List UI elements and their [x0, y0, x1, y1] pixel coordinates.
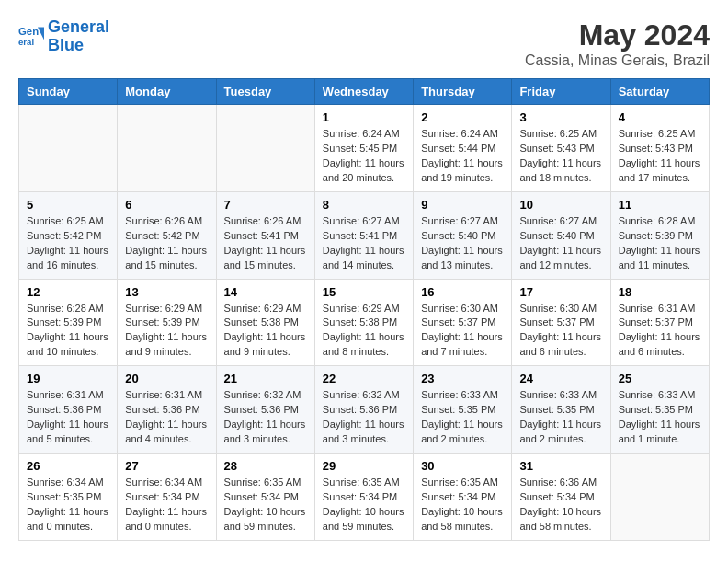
calendar-cell: 4Sunrise: 6:25 AM Sunset: 5:43 PM Daylig… — [610, 105, 709, 192]
calendar-cell: 24Sunrise: 6:33 AM Sunset: 5:35 PM Dayli… — [512, 366, 610, 454]
calendar-cell: 2Sunrise: 6:24 AM Sunset: 5:44 PM Daylig… — [414, 105, 512, 192]
day-number: 21 — [224, 372, 307, 385]
calendar-cell: 21Sunrise: 6:32 AM Sunset: 5:36 PM Dayli… — [216, 366, 314, 454]
day-info: Sunrise: 6:31 AM Sunset: 5:36 PM Dayligh… — [27, 388, 109, 447]
svg-text:eral: eral — [18, 37, 34, 47]
day-number: 2 — [421, 110, 504, 124]
day-number: 16 — [421, 285, 504, 299]
location: Cassia, Minas Gerais, Brazil — [525, 52, 710, 69]
calendar-cell: 12Sunrise: 6:28 AM Sunset: 5:39 PM Dayli… — [19, 279, 118, 366]
calendar-cell: 20Sunrise: 6:31 AM Sunset: 5:36 PM Dayli… — [118, 366, 216, 454]
day-number: 4 — [619, 110, 701, 124]
day-info: Sunrise: 6:25 AM Sunset: 5:43 PM Dayligh… — [519, 127, 602, 186]
calendar-cell: 5Sunrise: 6:25 AM Sunset: 5:42 PM Daylig… — [19, 191, 118, 279]
day-info: Sunrise: 6:28 AM Sunset: 5:39 PM Dayligh… — [619, 214, 701, 273]
day-number: 22 — [323, 372, 405, 385]
day-info: Sunrise: 6:34 AM Sunset: 5:34 PM Dayligh… — [125, 476, 208, 534]
day-number: 7 — [224, 198, 307, 212]
day-info: Sunrise: 6:33 AM Sunset: 5:35 PM Dayligh… — [519, 388, 602, 447]
day-info: Sunrise: 6:34 AM Sunset: 5:35 PM Dayligh… — [27, 476, 109, 534]
day-number: 6 — [125, 198, 208, 212]
calendar-cell: 7Sunrise: 6:26 AM Sunset: 5:41 PM Daylig… — [216, 191, 314, 279]
logo-text: GeneralBlue — [48, 18, 109, 55]
calendar-body: 1Sunrise: 6:24 AM Sunset: 5:45 PM Daylig… — [19, 105, 710, 541]
calendar-week-row: 26Sunrise: 6:34 AM Sunset: 5:35 PM Dayli… — [19, 454, 710, 541]
calendar-cell: 8Sunrise: 6:27 AM Sunset: 5:41 PM Daylig… — [314, 191, 413, 279]
day-info: Sunrise: 6:29 AM Sunset: 5:39 PM Dayligh… — [125, 302, 208, 361]
day-number: 9 — [421, 198, 504, 212]
day-number: 30 — [421, 459, 504, 473]
calendar-cell — [216, 105, 314, 192]
calendar-header-row: SundayMondayTuesdayWednesdayThursdayFrid… — [19, 79, 710, 105]
logo: Gen eral GeneralBlue — [18, 18, 109, 55]
calendar-week-row: 19Sunrise: 6:31 AM Sunset: 5:36 PM Dayli… — [19, 366, 710, 454]
calendar-cell: 10Sunrise: 6:27 AM Sunset: 5:40 PM Dayli… — [512, 191, 610, 279]
calendar-cell: 16Sunrise: 6:30 AM Sunset: 5:37 PM Dayli… — [414, 279, 512, 366]
calendar-cell: 22Sunrise: 6:32 AM Sunset: 5:36 PM Dayli… — [314, 366, 413, 454]
calendar-cell — [610, 454, 709, 541]
day-info: Sunrise: 6:29 AM Sunset: 5:38 PM Dayligh… — [323, 302, 405, 361]
title-block: May 2024 Cassia, Minas Gerais, Brazil — [525, 18, 710, 69]
day-info: Sunrise: 6:36 AM Sunset: 5:34 PM Dayligh… — [519, 476, 602, 534]
day-info: Sunrise: 6:32 AM Sunset: 5:36 PM Dayligh… — [224, 388, 307, 447]
day-info: Sunrise: 6:27 AM Sunset: 5:40 PM Dayligh… — [519, 214, 602, 273]
calendar-cell: 27Sunrise: 6:34 AM Sunset: 5:34 PM Dayli… — [118, 454, 216, 541]
day-number: 18 — [619, 285, 701, 299]
calendar-cell: 26Sunrise: 6:34 AM Sunset: 5:35 PM Dayli… — [19, 454, 118, 541]
day-info: Sunrise: 6:27 AM Sunset: 5:41 PM Dayligh… — [323, 214, 405, 273]
calendar-cell: 11Sunrise: 6:28 AM Sunset: 5:39 PM Dayli… — [610, 191, 709, 279]
day-info: Sunrise: 6:35 AM Sunset: 5:34 PM Dayligh… — [323, 476, 405, 534]
day-number: 25 — [619, 372, 701, 385]
calendar-cell: 13Sunrise: 6:29 AM Sunset: 5:39 PM Dayli… — [118, 279, 216, 366]
weekday-header: Tuesday — [216, 79, 314, 105]
day-info: Sunrise: 6:27 AM Sunset: 5:40 PM Dayligh… — [421, 214, 504, 273]
day-info: Sunrise: 6:31 AM Sunset: 5:36 PM Dayligh… — [125, 388, 208, 447]
calendar-cell: 1Sunrise: 6:24 AM Sunset: 5:45 PM Daylig… — [314, 105, 413, 192]
day-info: Sunrise: 6:24 AM Sunset: 5:44 PM Dayligh… — [421, 127, 504, 186]
weekday-header: Thursday — [414, 79, 512, 105]
day-number: 13 — [125, 285, 208, 299]
day-number: 28 — [224, 459, 307, 473]
day-info: Sunrise: 6:29 AM Sunset: 5:38 PM Dayligh… — [224, 302, 307, 361]
day-info: Sunrise: 6:30 AM Sunset: 5:37 PM Dayligh… — [519, 302, 602, 361]
calendar-cell: 29Sunrise: 6:35 AM Sunset: 5:34 PM Dayli… — [314, 454, 413, 541]
day-number: 10 — [519, 198, 602, 212]
page-header: Gen eral GeneralBlue May 2024 Cassia, Mi… — [18, 18, 710, 69]
day-info: Sunrise: 6:32 AM Sunset: 5:36 PM Dayligh… — [323, 388, 405, 447]
day-number: 11 — [619, 198, 701, 212]
calendar-cell — [19, 105, 118, 192]
day-info: Sunrise: 6:31 AM Sunset: 5:37 PM Dayligh… — [619, 302, 701, 361]
calendar-cell: 6Sunrise: 6:26 AM Sunset: 5:42 PM Daylig… — [118, 191, 216, 279]
day-number: 26 — [27, 459, 109, 473]
day-info: Sunrise: 6:25 AM Sunset: 5:43 PM Dayligh… — [619, 127, 701, 186]
day-info: Sunrise: 6:33 AM Sunset: 5:35 PM Dayligh… — [421, 388, 504, 447]
calendar-week-row: 1Sunrise: 6:24 AM Sunset: 5:45 PM Daylig… — [19, 105, 710, 192]
day-number: 27 — [125, 459, 208, 473]
day-number: 12 — [27, 285, 109, 299]
day-info: Sunrise: 6:30 AM Sunset: 5:37 PM Dayligh… — [421, 302, 504, 361]
calendar-cell: 9Sunrise: 6:27 AM Sunset: 5:40 PM Daylig… — [414, 191, 512, 279]
day-number: 19 — [27, 372, 109, 385]
calendar-cell: 31Sunrise: 6:36 AM Sunset: 5:34 PM Dayli… — [512, 454, 610, 541]
logo-icon: Gen eral — [18, 24, 44, 50]
day-info: Sunrise: 6:35 AM Sunset: 5:34 PM Dayligh… — [224, 476, 307, 534]
day-number: 3 — [519, 110, 602, 124]
day-number: 24 — [519, 372, 602, 385]
weekday-header: Saturday — [610, 79, 709, 105]
calendar-cell — [118, 105, 216, 192]
day-number: 23 — [421, 372, 504, 385]
calendar-table: SundayMondayTuesdayWednesdayThursdayFrid… — [18, 78, 710, 541]
day-number: 17 — [519, 285, 602, 299]
weekday-header: Sunday — [19, 79, 118, 105]
calendar-cell: 17Sunrise: 6:30 AM Sunset: 5:37 PM Dayli… — [512, 279, 610, 366]
calendar-week-row: 12Sunrise: 6:28 AM Sunset: 5:39 PM Dayli… — [19, 279, 710, 366]
day-info: Sunrise: 6:25 AM Sunset: 5:42 PM Dayligh… — [27, 214, 109, 273]
weekday-header: Friday — [512, 79, 610, 105]
calendar-cell: 19Sunrise: 6:31 AM Sunset: 5:36 PM Dayli… — [19, 366, 118, 454]
month-title: May 2024 — [525, 18, 710, 52]
calendar-cell: 28Sunrise: 6:35 AM Sunset: 5:34 PM Dayli… — [216, 454, 314, 541]
day-number: 8 — [323, 198, 405, 212]
day-number: 29 — [323, 459, 405, 473]
day-info: Sunrise: 6:26 AM Sunset: 5:41 PM Dayligh… — [224, 214, 307, 273]
calendar-cell: 25Sunrise: 6:33 AM Sunset: 5:35 PM Dayli… — [610, 366, 709, 454]
